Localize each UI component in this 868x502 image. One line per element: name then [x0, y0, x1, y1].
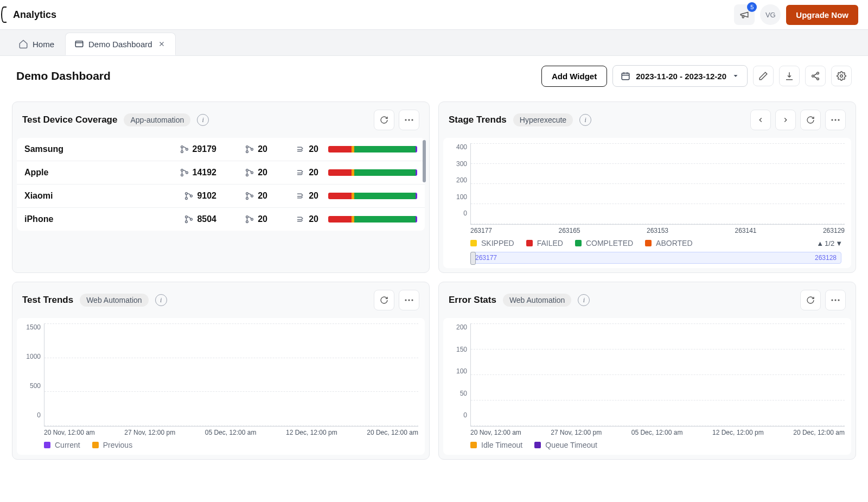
tabstrip: Home Demo Dashboard [0, 30, 868, 56]
more-button[interactable] [825, 110, 846, 130]
svg-point-47 [831, 299, 833, 301]
toolbar-right: Add Widget 2023-11-20 - 2023-12-20 [541, 65, 852, 87]
refresh-button[interactable] [800, 110, 821, 130]
svg-line-11 [814, 74, 817, 76]
add-widget-button[interactable]: Add Widget [541, 66, 607, 87]
svg-rect-0 [75, 41, 83, 47]
svg-point-17 [181, 146, 183, 148]
metric-b: 20 [219, 168, 267, 177]
widget-stage-trends: Stage Trends Hyperexecute i 400300200100… [438, 101, 856, 273]
coverage-table: Samsung291792020Apple141922020Xiaomi9102… [17, 138, 425, 231]
share-button[interactable] [805, 66, 826, 86]
refresh-icon [380, 116, 388, 124]
more-button[interactable] [399, 110, 419, 130]
megaphone-icon [739, 10, 749, 20]
widget-tag: Hyperexecute [513, 113, 573, 126]
svg-point-21 [246, 151, 248, 153]
coverage-bar [328, 146, 417, 152]
svg-point-32 [246, 193, 248, 195]
scrollbar[interactable] [423, 140, 426, 182]
refresh-button[interactable] [374, 290, 394, 310]
announcements-button[interactable]: 5 [734, 4, 755, 25]
refresh-icon [806, 296, 815, 304]
refresh-button[interactable] [800, 290, 821, 310]
more-icon [405, 119, 413, 121]
svg-point-35 [186, 216, 188, 218]
svg-point-27 [246, 174, 248, 176]
svg-point-41 [831, 119, 833, 120]
svg-point-48 [834, 299, 836, 301]
legend-skipped: SKIPPED [481, 239, 514, 247]
legend-aborted: ABORTED [656, 239, 692, 247]
svg-point-24 [181, 174, 183, 176]
table-row[interactable]: Samsung291792020 [17, 138, 425, 161]
upgrade-button[interactable]: Upgrade Now [786, 5, 858, 25]
more-button[interactable] [825, 290, 846, 310]
metric-a: 29179 [157, 144, 216, 154]
device-name: Samsung [24, 144, 155, 154]
topbar-right: 5 VG Upgrade Now [734, 4, 858, 25]
legend-queue: Queue Timeout [545, 441, 597, 449]
info-icon[interactable]: i [578, 294, 590, 306]
metric-a: 14192 [157, 168, 216, 177]
error-stats-chart: 200150100500 20 Nov, 12:00 am27 Nov, 12:… [443, 318, 851, 455]
metric-b: 20 [219, 191, 267, 201]
svg-point-36 [186, 221, 188, 223]
close-tab-icon[interactable] [157, 39, 167, 49]
widget-test-trends: Test Trends Web Automation i 15001000500… [12, 282, 430, 460]
svg-point-49 [838, 299, 839, 301]
coverage-bar [328, 216, 417, 223]
collapse-handle-icon[interactable] [1, 7, 7, 23]
refresh-icon [806, 116, 815, 124]
tab-dashboard-label: Demo Dashboard [88, 40, 152, 49]
widget-test-device-coverage: Test Device Coverage App-automation i Sa… [12, 101, 430, 273]
table-row[interactable]: Xiaomi91022020 [17, 185, 425, 208]
pencil-icon [758, 71, 768, 81]
topbar-left: Analytics [10, 7, 56, 23]
chevron-left-icon [757, 116, 764, 124]
more-button[interactable] [399, 290, 419, 310]
widget-title: Test Trends [22, 295, 73, 306]
settings-button[interactable] [831, 66, 852, 86]
table-row[interactable]: iPhone85042020 [17, 208, 425, 231]
topbar: Analytics 5 VG Upgrade Now [0, 0, 868, 30]
info-icon[interactable]: i [155, 294, 167, 306]
download-icon [784, 71, 794, 81]
range-slider[interactable]: 263177 263128 [470, 252, 841, 264]
svg-line-12 [814, 77, 817, 79]
refresh-button[interactable] [374, 110, 394, 130]
download-button[interactable] [779, 66, 800, 86]
table-row[interactable]: Apple141922020 [17, 161, 425, 185]
metric-b: 20 [219, 214, 267, 224]
chevron-right-icon [782, 116, 789, 124]
chart-pager[interactable]: ▲1/2▼ [816, 239, 843, 247]
next-button[interactable] [775, 110, 796, 130]
device-name: iPhone [24, 214, 155, 224]
svg-point-44 [405, 299, 406, 301]
tab-home[interactable]: Home [10, 33, 63, 55]
user-avatar[interactable]: VG [760, 4, 781, 25]
metric-c: 20 [270, 191, 318, 201]
home-icon [18, 39, 28, 49]
legend-idle: Idle Timeout [481, 441, 522, 449]
stage-chart: 4003002001000 26317726316526315326314126… [443, 138, 851, 268]
svg-point-38 [246, 216, 248, 218]
legend-previous: Previous [103, 441, 132, 449]
info-icon[interactable]: i [197, 114, 209, 126]
prev-button[interactable] [750, 110, 771, 130]
test-trends-chart: 150010005000 20 Nov, 12:00 am27 Nov, 12:… [17, 318, 425, 455]
date-range-picker[interactable]: 2023-11-20 - 2023-12-20 [612, 65, 748, 87]
legend-current: Current [55, 441, 80, 449]
svg-point-39 [246, 221, 248, 223]
refresh-icon [380, 296, 388, 304]
edit-button[interactable] [753, 66, 774, 86]
info-icon[interactable]: i [579, 114, 591, 126]
svg-point-26 [246, 169, 248, 171]
tab-dashboard[interactable]: Demo Dashboard [65, 33, 176, 55]
svg-point-13 [840, 75, 843, 78]
slider-handle-icon[interactable] [470, 252, 476, 265]
svg-point-42 [834, 119, 836, 120]
widget-grid: Test Device Coverage App-automation i Sa… [0, 96, 868, 465]
svg-point-30 [186, 198, 188, 200]
date-range-label: 2023-11-20 - 2023-12-20 [636, 72, 726, 81]
